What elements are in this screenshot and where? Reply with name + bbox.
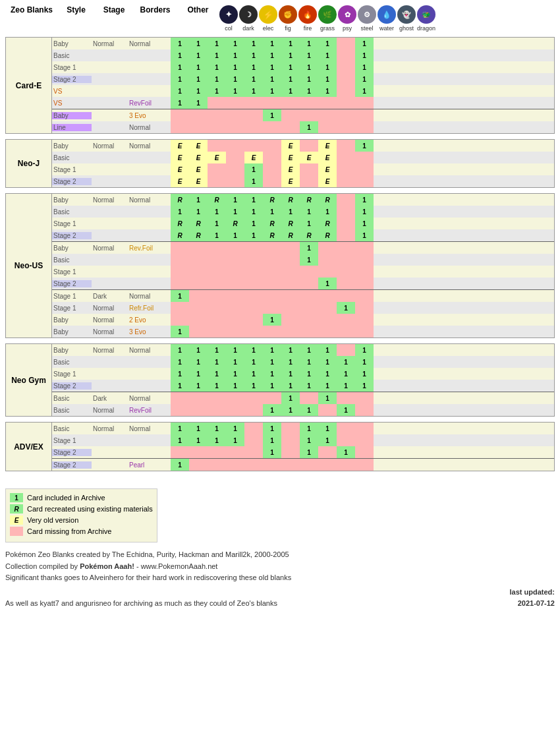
data-cell [263, 97, 281, 109]
data-cell: 1 [281, 368, 300, 380]
data-cell: R [281, 194, 300, 206]
data-cell: E [281, 152, 300, 163]
main-content: Card-E Baby Normal Normal 1 1 1 1 1 1 1 [5, 37, 555, 471]
data-cell [337, 121, 355, 133]
data-cell: R [281, 229, 300, 241]
data-cell: 1 [337, 380, 355, 392]
cell-style: Basic [52, 52, 92, 59]
section-title-adv-ex: ADV/EX [6, 423, 52, 471]
data-cell [355, 109, 374, 121]
cell-style: Line [52, 124, 92, 131]
data-cell [281, 326, 300, 337]
cells-data: 1 1 1 1 1 1 1 1 1 1 [171, 206, 554, 218]
data-cell: 1 [171, 356, 189, 368]
table-row: Stage 1 1 1 1 1 1 1 1 [52, 434, 554, 446]
cells-data: 1 1 1 1 1 1 1 1 1 1 [171, 49, 554, 61]
data-cell: 1 [318, 368, 337, 380]
data-cell: 1 [208, 206, 226, 218]
cell-stage: Dark [92, 293, 128, 300]
data-cell: 1 [226, 194, 244, 206]
data-cell [300, 266, 318, 278]
data-cell [300, 290, 318, 302]
data-cell [263, 459, 281, 471]
cell-borders: Normal [128, 124, 171, 131]
row-group-neo-j-1: Baby Normal Normal E E E E 1 [52, 140, 554, 187]
footer-bottom: As well as kyatt7 and angurisneo for arc… [5, 587, 555, 610]
data-cell: 1 [244, 344, 263, 356]
data-cell [244, 423, 263, 434]
data-cell [318, 97, 337, 109]
data-cell: 1 [244, 61, 263, 73]
cell-borders: Rev.Foil [128, 245, 171, 252]
section-rows-neo-gym: Baby Normal Normal 1 1 1 1 1 1 1 1 1 [52, 344, 554, 416]
data-cell [226, 404, 244, 416]
cells-data: 1 [171, 290, 554, 302]
data-cell [208, 175, 226, 187]
data-cell [189, 459, 208, 471]
data-cell [318, 121, 337, 133]
data-cell: 1 [226, 229, 244, 241]
data-cell [208, 109, 226, 121]
table-row: Basic Normal RevFoil 1 1 1 1 [52, 404, 554, 416]
data-cell [337, 266, 355, 278]
data-cell [318, 326, 337, 337]
data-cell: 1 [263, 446, 281, 458]
data-cell [263, 278, 281, 289]
nav-borders: Borders [134, 5, 177, 15]
data-cell: 1 [189, 356, 208, 368]
data-cell: 1 [300, 73, 318, 85]
section-rows-adv-ex: Basic Normal Normal 1 1 1 1 1 1 1 [52, 423, 554, 471]
data-cell [226, 302, 244, 314]
data-cell: R [189, 218, 208, 229]
data-cell [263, 392, 281, 404]
footer-line2-pre: Collection compiled by [5, 562, 80, 570]
data-cell [355, 163, 374, 175]
data-cell [337, 242, 355, 254]
data-cell: 1 [318, 61, 337, 73]
data-cell: 1 [355, 85, 374, 97]
data-cell [208, 290, 226, 302]
data-cell: 1 [189, 344, 208, 356]
data-cell: 1 [226, 61, 244, 73]
cell-style: Stage 2 [52, 280, 92, 287]
data-cell [355, 152, 374, 163]
data-cell: 1 [318, 344, 337, 356]
data-cell: 1 [318, 434, 337, 446]
data-cell [171, 266, 189, 278]
cells-data: R R 1 R 1 R R 1 R 1 [171, 218, 554, 229]
data-cell: E [281, 163, 300, 175]
cell-borders: Pearl [128, 461, 171, 469]
cells-data: 1 [171, 314, 554, 326]
data-cell [244, 314, 263, 326]
data-cell: R [263, 229, 281, 241]
data-cell [189, 242, 208, 254]
data-cell [263, 254, 281, 266]
data-cell [226, 175, 244, 187]
data-cell: 1 [318, 85, 337, 97]
section-rows-neo-j: Baby Normal Normal E E E E 1 [52, 140, 554, 187]
data-cell [171, 242, 189, 254]
data-cell: 1 [355, 344, 374, 356]
cell-borders: Normal [128, 347, 171, 354]
table-row: Baby Normal 2 Evo 1 [52, 314, 554, 326]
type-label-ghost: ghost [397, 25, 416, 32]
cell-style: Basic [52, 154, 92, 161]
data-cell [226, 109, 244, 121]
data-cell [226, 163, 244, 175]
data-cell: 1 [337, 356, 355, 368]
data-cell [355, 97, 374, 109]
cell-style: Stage 1 [52, 370, 92, 378]
data-cell: 1 [208, 61, 226, 73]
cell-stage: Normal [92, 316, 128, 324]
cells-data: 1 [171, 278, 554, 289]
data-cell: 1 [318, 73, 337, 85]
footer-line2-post: - www.PokemonAaah.net [134, 562, 218, 570]
data-cell [226, 97, 244, 109]
data-cell [244, 434, 263, 446]
dragon-icon: 🐲 [417, 5, 435, 24]
data-cell [189, 302, 208, 314]
data-cell: 1 [318, 423, 337, 434]
data-cell: 1 [300, 423, 318, 434]
icons-row: ✦ ☽ ⚡ ✊ 🔥 🌿 ✿ ⚙ 💧 👻 🐲 [219, 5, 435, 24]
cell-borders: Normal [128, 40, 171, 47]
